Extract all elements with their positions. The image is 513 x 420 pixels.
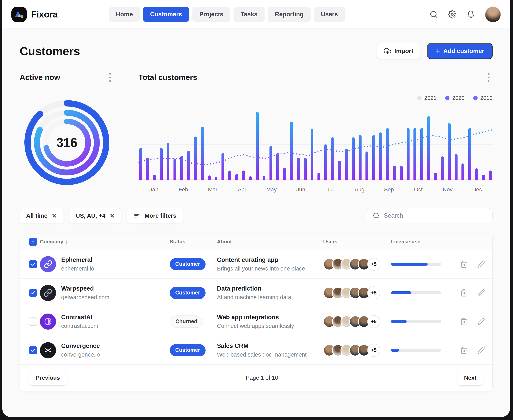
chart-bar (400, 165, 403, 180)
nav-item-projects[interactable]: Projects (192, 7, 230, 22)
row-checkbox[interactable] (29, 260, 37, 268)
edit-row-icon[interactable] (477, 260, 485, 268)
table-row-ephemeral: Ephemeral ephemeral.io Customer Content … (20, 250, 492, 278)
extra-users-badge[interactable]: +5 (367, 344, 380, 357)
company-domain: getwarpspeed.com (61, 294, 109, 300)
customers-table: Company↓ Status About Users License use … (20, 233, 493, 391)
about-title: Content curating app (217, 256, 323, 263)
row-checkbox[interactable] (29, 346, 37, 354)
nav-item-tasks[interactable]: Tasks (233, 7, 264, 22)
row-checkbox[interactable] (29, 289, 37, 297)
select-all-checkbox[interactable] (29, 238, 37, 246)
filter-chip-regions[interactable]: US, AU, +4 ✕ (69, 208, 121, 223)
previous-page-button[interactable]: Previous (29, 370, 67, 386)
about-subtitle: Connect web apps seamlessly (217, 323, 323, 329)
nav-item-home[interactable]: Home (109, 7, 140, 22)
month-label-jul: Jul (316, 187, 345, 193)
total-customers-menu-icon[interactable]: ••• (485, 72, 493, 83)
users-avatar-stack: +5 (323, 258, 391, 271)
search-icon[interactable] (430, 10, 438, 18)
chart-bar (386, 128, 389, 180)
edit-row-icon[interactable] (477, 346, 485, 354)
chart-bar (427, 116, 430, 180)
total-customers-title: Total customers (139, 73, 197, 82)
active-now-donut-chart: 316 (20, 95, 114, 191)
chip-label: US, AU, +4 (76, 212, 105, 219)
chart-bar (455, 154, 458, 180)
chart-bars (139, 109, 493, 180)
close-icon[interactable]: ✕ (52, 212, 57, 219)
close-icon[interactable]: ✕ (110, 212, 115, 219)
chart-bar (352, 137, 355, 180)
month-label-aug: Aug (345, 187, 374, 193)
chart-bar (235, 174, 238, 180)
chart-bar (201, 127, 204, 180)
nav-item-users[interactable]: Users (314, 7, 345, 22)
chart-bar (221, 153, 224, 180)
chart-legend: 202120202019 (139, 95, 493, 101)
column-header-company[interactable]: Company↓ (40, 239, 170, 245)
table-body: Ephemeral ephemeral.io Customer Content … (20, 250, 492, 365)
table-header-row: Company↓ Status About Users License use (20, 234, 492, 250)
page-indicator: Page 1 of 10 (67, 375, 457, 381)
nav-item-customers[interactable]: Customers (143, 7, 189, 22)
active-now-panel: Active now ••• (20, 72, 114, 193)
chart-bar (290, 122, 293, 180)
month-label-nov: Nov (433, 187, 462, 193)
edit-row-icon[interactable] (477, 289, 485, 297)
more-filters-button[interactable]: More filters (127, 208, 183, 223)
column-header-license[interactable]: License use (391, 239, 460, 245)
license-use-bar (391, 263, 441, 266)
filter-chip-all-time[interactable]: All time ✕ (20, 208, 63, 223)
status-badge: Customer (170, 258, 206, 270)
active-now-menu-icon[interactable]: ••• (106, 72, 114, 83)
column-header-status[interactable]: Status (170, 239, 217, 245)
add-customer-button[interactable]: + Add customer (427, 43, 493, 59)
company-name: ContrastAI (61, 314, 98, 321)
legend-item-2021: 2021 (417, 95, 436, 101)
about-subtitle: Web-based sales doc management (217, 352, 323, 358)
legend-item-2020: 2020 (445, 95, 464, 101)
chart-bar (167, 143, 169, 180)
delete-row-icon[interactable] (460, 318, 468, 325)
edit-row-icon[interactable] (477, 318, 485, 325)
user-avatar[interactable] (485, 7, 501, 22)
bell-icon[interactable] (466, 10, 475, 18)
license-use-bar (391, 320, 441, 323)
column-header-users[interactable]: Users (323, 239, 391, 245)
chart-bar (256, 112, 259, 180)
extra-users-badge[interactable]: +5 (367, 315, 380, 328)
search-input[interactable] (384, 212, 486, 219)
chart-bar (160, 148, 163, 180)
nav-item-reporting[interactable]: Reporting (268, 7, 311, 22)
row-checkbox[interactable] (29, 317, 37, 326)
import-button[interactable]: Import (377, 43, 420, 59)
license-use-bar (391, 291, 441, 294)
status-badge: Customer (170, 344, 206, 356)
company-domain: contrastai.com (61, 323, 98, 329)
table-footer: Previous Page 1 of 10 Next (20, 365, 492, 391)
month-label-oct: Oct (404, 187, 433, 193)
filter-lines-icon (133, 212, 140, 219)
chart-bar (215, 177, 217, 180)
chart-bar (331, 137, 334, 180)
delete-row-icon[interactable] (460, 346, 468, 354)
delete-row-icon[interactable] (460, 260, 468, 268)
gear-icon[interactable] (448, 10, 456, 18)
chart-bar (208, 175, 211, 180)
about-title: Web app integrations (217, 314, 323, 321)
next-page-button[interactable]: Next (457, 370, 483, 386)
column-header-about[interactable]: About (217, 239, 323, 245)
chart-bar (359, 135, 362, 180)
extra-users-badge[interactable]: +5 (367, 258, 380, 271)
delete-row-icon[interactable] (460, 289, 468, 297)
chart-bar (228, 171, 231, 180)
legend-dot (417, 96, 421, 100)
search-icon (373, 212, 380, 219)
users-avatar-stack: +5 (323, 344, 391, 357)
extra-users-badge[interactable]: +5 (367, 286, 380, 299)
app-window: Fixora HomeCustomersProjectsTasksReporti… (2, 0, 510, 417)
chart-bar (420, 128, 423, 180)
chart-bar (276, 153, 279, 180)
company-domain: convergence.io (61, 352, 100, 358)
